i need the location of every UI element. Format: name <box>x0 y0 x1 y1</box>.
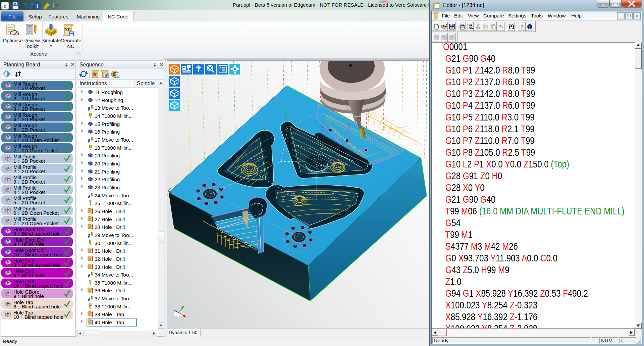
svg-text:i: i <box>529 24 531 30</box>
svg-text:?: ? <box>521 24 524 30</box>
svg-text:e: e <box>4 2 6 9</box>
svg-text:i: i <box>37 3 38 9</box>
svg-text:?: ? <box>48 1 52 8</box>
svg-text:NC: NC <box>65 27 71 32</box>
